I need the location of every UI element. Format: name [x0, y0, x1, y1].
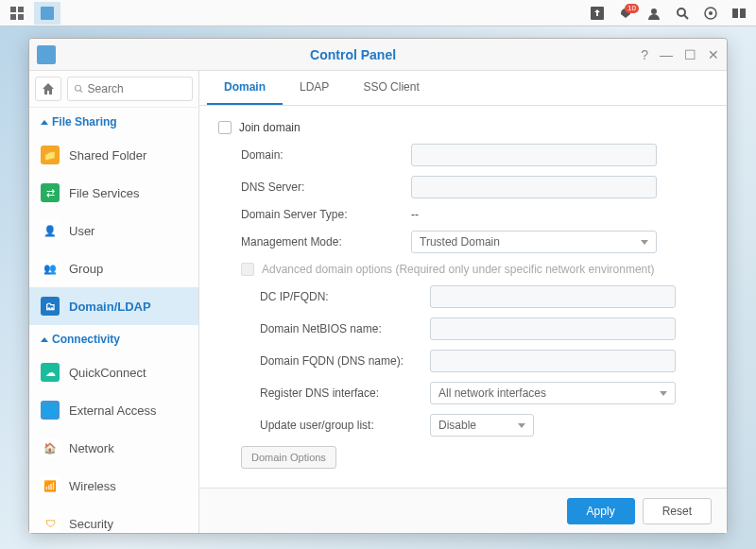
- join-domain-label: Join domain: [239, 121, 301, 134]
- join-domain-checkbox[interactable]: [218, 121, 232, 134]
- minimize-icon[interactable]: —: [660, 47, 673, 62]
- mgmt-mode-select[interactable]: Trusted Domain: [411, 231, 657, 253]
- tabs: Domain LDAP SSO Client: [199, 71, 727, 106]
- taskbar-apps[interactable]: [4, 2, 30, 25]
- search-field[interactable]: [88, 82, 186, 95]
- sidebar-item-quickconnect[interactable]: ☁QuickConnect: [29, 353, 198, 391]
- sidebar-item-security[interactable]: 🛡Security: [29, 505, 198, 533]
- svg-rect-4: [41, 7, 54, 20]
- dns-iface-value: All network interfaces: [438, 386, 546, 400]
- tab-domain[interactable]: Domain: [207, 71, 283, 105]
- tab-sso-client[interactable]: SSO Client: [346, 71, 436, 105]
- domain-icon: 🗂: [41, 297, 60, 316]
- svg-point-6: [651, 9, 657, 14]
- svg-rect-0: [10, 7, 16, 12]
- sidebar-item-shared-folder[interactable]: 📁Shared Folder: [29, 136, 198, 174]
- fqdn-label: Domain FQDN (DNS name):: [260, 354, 430, 368]
- close-icon[interactable]: ✕: [708, 47, 719, 62]
- control-panel-window: Control Panel ? — ☐ ✕ File Sharing 📁Shar…: [28, 38, 728, 534]
- mgmt-mode-value: Trusted Domain: [420, 235, 500, 249]
- maximize-icon[interactable]: ☐: [684, 47, 696, 62]
- help-icon[interactable]: ?: [641, 47, 648, 62]
- home-button[interactable]: [35, 77, 61, 101]
- sidebar-item-label: File Services: [69, 186, 139, 200]
- server-type-value: --: [411, 208, 708, 221]
- svg-point-7: [678, 9, 685, 16]
- netbios-input[interactable]: [430, 317, 676, 340]
- folder-icon: 📁: [41, 146, 60, 164]
- svg-point-12: [76, 85, 81, 91]
- svg-rect-2: [10, 14, 16, 20]
- server-type-label: Domain Server Type:: [241, 208, 411, 221]
- update-list-label: Update user/group list:: [260, 419, 430, 432]
- services-icon: ⇄: [41, 183, 60, 202]
- svg-point-9: [709, 11, 713, 15]
- update-list-value: Disable: [438, 419, 476, 432]
- taskbar-control-panel[interactable]: [34, 2, 60, 25]
- fqdn-input[interactable]: [430, 350, 676, 372]
- svg-rect-1: [18, 7, 24, 12]
- taskbar-upload-icon[interactable]: [584, 2, 610, 25]
- dns-iface-select[interactable]: All network interfaces: [430, 382, 676, 404]
- netbios-label: Domain NetBIOS name:: [260, 322, 430, 335]
- sidebar-item-network[interactable]: 🏠Network: [29, 429, 198, 467]
- dns-iface-label: Register DNS interface:: [260, 386, 430, 400]
- advanced-options-checkbox[interactable]: [241, 263, 254, 276]
- sidebar-item-label: Shared Folder: [69, 148, 146, 163]
- sidebar-item-label: Network: [69, 441, 114, 455]
- chevron-down-icon: [641, 240, 648, 245]
- footer: Apply Reset: [199, 488, 727, 533]
- shield-icon: 🛡: [41, 514, 60, 533]
- apply-button[interactable]: Apply: [567, 498, 635, 524]
- sidebar-item-label: Security: [69, 517, 113, 531]
- sidebar: File Sharing 📁Shared Folder ⇄File Servic…: [29, 71, 199, 533]
- chevron-down-icon: [660, 391, 667, 396]
- taskbar-search-icon[interactable]: [669, 2, 696, 25]
- sidebar-item-wireless[interactable]: 📶Wireless: [29, 467, 198, 505]
- user-icon: 👤: [41, 221, 60, 240]
- sidebar-item-label: QuickConnect: [69, 366, 146, 380]
- notification-badge: 10: [625, 4, 639, 13]
- dc-ip-label: DC IP/FQDN:: [260, 290, 430, 303]
- chevron-down-icon: [518, 423, 525, 428]
- taskbar: 10: [0, 0, 756, 26]
- sidebar-item-file-services[interactable]: ⇄File Services: [29, 174, 198, 212]
- sidebar-item-user[interactable]: 👤User: [29, 212, 198, 249]
- svg-rect-10: [732, 9, 738, 18]
- mgmt-mode-label: Management Mode:: [241, 235, 411, 249]
- svg-rect-3: [18, 14, 24, 20]
- window-title: Control Panel: [65, 47, 641, 62]
- wifi-icon: 📶: [41, 476, 60, 495]
- domain-options-button[interactable]: Domain Options: [241, 446, 336, 469]
- section-file-sharing[interactable]: File Sharing: [29, 108, 198, 136]
- update-list-select[interactable]: Disable: [430, 414, 534, 437]
- form-area: Join domain Domain: DNS Server: Domain S…: [199, 106, 727, 488]
- sidebar-item-group[interactable]: 👥Group: [29, 249, 198, 287]
- group-icon: 👥: [41, 259, 60, 278]
- taskbar-pilot-icon[interactable]: [726, 2, 752, 25]
- sidebar-item-external-access[interactable]: 🌐External Access: [29, 391, 198, 429]
- dns-server-input[interactable]: [411, 176, 657, 198]
- globe-icon: 🌐: [41, 401, 60, 420]
- window-icon: [37, 45, 56, 64]
- advanced-options-label: Advanced domain options (Required only u…: [262, 263, 655, 276]
- quickconnect-icon: ☁: [41, 363, 60, 382]
- sidebar-item-label: Wireless: [69, 479, 116, 493]
- taskbar-user-icon[interactable]: [641, 2, 667, 25]
- svg-rect-11: [740, 9, 746, 18]
- dc-ip-input[interactable]: [430, 285, 676, 308]
- titlebar: Control Panel ? — ☐ ✕: [29, 39, 727, 71]
- sidebar-item-label: External Access: [69, 403, 157, 418]
- reset-button[interactable]: Reset: [643, 498, 712, 524]
- domain-label: Domain:: [241, 148, 411, 162]
- tab-ldap[interactable]: LDAP: [283, 71, 346, 105]
- content-area: Domain LDAP SSO Client Join domain Domai…: [199, 71, 727, 533]
- sidebar-item-domain-ldap[interactable]: 🗂Domain/LDAP: [29, 287, 198, 325]
- dns-server-label: DNS Server:: [241, 180, 411, 194]
- domain-input[interactable]: [411, 144, 657, 166]
- section-connectivity[interactable]: Connectivity: [29, 325, 198, 353]
- search-input[interactable]: [67, 77, 193, 101]
- taskbar-widgets-icon[interactable]: [697, 2, 724, 25]
- sidebar-item-label: Domain/LDAP: [69, 300, 151, 314]
- taskbar-notification-icon[interactable]: 10: [612, 2, 639, 25]
